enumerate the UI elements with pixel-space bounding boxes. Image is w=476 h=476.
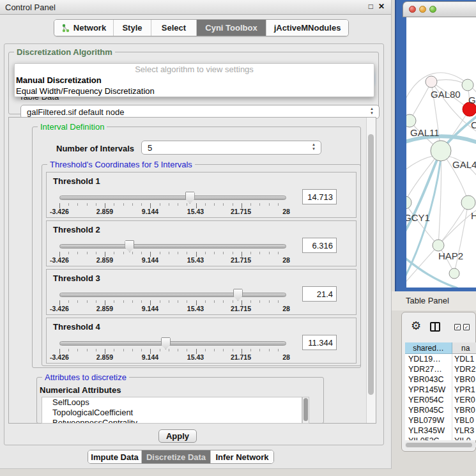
screenshot-root: Control Panel □ ✕ Network Style Select (0, 0, 476, 476)
node-label: H (471, 210, 476, 221)
number-of-intervals-combo[interactable]: 5 ▲▼ (141, 141, 321, 155)
slider-scale: -3.4262.8599.14415.4321.71528 (59, 353, 286, 361)
column-header-name[interactable]: na (452, 342, 476, 354)
threshold-4-value-input[interactable] (302, 335, 337, 350)
float-window-icon[interactable]: □ (369, 2, 373, 11)
cyni-bottom-tab-bar: Impute Data Discretize Data Infer Networ… (88, 450, 274, 464)
threshold-3-value-input[interactable] (302, 286, 337, 302)
table-row[interactable]: YLR345WYLR3 (405, 426, 476, 436)
tab-label: Network (73, 23, 106, 33)
tab-discretize-data[interactable]: Discretize Data (142, 450, 211, 463)
group-title-discretization-algorithm: Discretization Algorithm (14, 47, 115, 57)
table-panel: ⚙ ✓ ✓ shared… na YDL19…YDL1 YDR27…YDR2 Y… (401, 312, 476, 452)
slider-scale: -3.4262.8599.14415.4321.71528 (59, 305, 286, 312)
slider-scale: -3.4262.8599.14415.4321.71528 (59, 256, 286, 264)
table-horizontal-scrollbar[interactable] (405, 442, 476, 448)
scrollbar-thumb[interactable] (406, 443, 472, 447)
table-header-row: shared… na (405, 342, 476, 354)
tab-style[interactable]: Style (114, 20, 151, 36)
network-window-titlebar[interactable] (403, 1, 476, 17)
checkbox-icon[interactable]: ✓ (463, 324, 470, 330)
scrollbar-thumb[interactable] (303, 398, 308, 421)
gear-icon[interactable]: ⚙ (411, 319, 421, 333)
list-item[interactable]: TopologicalCoefficient (42, 408, 302, 418)
network-node[interactable] (406, 114, 416, 127)
apply-button[interactable]: Apply (158, 429, 197, 443)
tab-impute-data[interactable]: Impute Data (88, 450, 142, 463)
combo-value: galFiltered.sif default node (27, 107, 124, 117)
column-header-shared-name[interactable]: shared… (405, 342, 452, 354)
minimize-traffic-light-icon[interactable] (419, 6, 426, 13)
network-node[interactable] (426, 76, 437, 88)
tab-label: Style (122, 23, 142, 33)
threshold-2-value-input[interactable] (302, 238, 337, 253)
table-row[interactable]: YBL079WYBL0 (405, 415, 476, 426)
list-item[interactable]: SelfLoops (42, 397, 302, 408)
tab-label: Cyni Toolbox (205, 23, 257, 33)
network-node[interactable] (431, 141, 451, 161)
network-node[interactable] (433, 240, 444, 251)
slider-scale: -3.4262.8599.14415.4321.71528 (59, 208, 286, 215)
table-row[interactable]: YPR145WYPR1 (405, 385, 476, 395)
tab-cyni-toolbox[interactable]: Cyni Toolbox (197, 20, 266, 36)
thresholds-group: Threshold's Coordinates for 5 Intervals … (42, 164, 361, 366)
threshold-label: Threshold 1 (53, 176, 100, 186)
table-row[interactable]: YDL19…YDL1 (405, 354, 476, 364)
control-panel-window: Control Panel □ ✕ Network Style Select (0, 0, 392, 469)
numerical-attributes-label: Numerical Attributes (40, 385, 121, 395)
settings-scrollbar[interactable] (366, 118, 376, 423)
table-row[interactable]: YBR045CYBR0 (405, 405, 476, 415)
interval-definition-group: Interval Definition Number of Intervals … (32, 127, 361, 368)
network-node[interactable] (461, 196, 475, 210)
table-row[interactable]: YBR043CYBR0 (405, 374, 476, 385)
split-view-icon[interactable] (430, 322, 440, 332)
threshold-1-slider[interactable] (59, 196, 286, 200)
close-icon[interactable]: ✕ (378, 2, 385, 11)
algorithm-placeholder: Select algorithm to view settings (15, 64, 374, 75)
tab-infer-network[interactable]: Infer Network (211, 450, 273, 463)
slider-thumb[interactable] (185, 192, 195, 204)
table-panel-title: Table Panel (406, 296, 449, 305)
threshold-label: Threshold 2 (53, 225, 100, 234)
slider-thumb[interactable] (233, 289, 243, 301)
threshold-2-slider[interactable] (59, 244, 286, 249)
slider-thumb[interactable] (161, 337, 171, 349)
table-panel-titlebar: Table Panel (392, 291, 476, 311)
table-row[interactable]: YER054CYER0 (405, 395, 476, 405)
threshold-2-box: Threshold 2 -3.4262.8599.14415.4321.7152… (46, 220, 357, 266)
group-title-attributes: Attributes to discretize (42, 372, 129, 382)
tab-network[interactable]: Network (54, 20, 114, 36)
discretization-algorithm-group: Discretization Algorithm Select algorith… (8, 52, 379, 114)
node-label: C (471, 119, 476, 130)
node-label: GAL80 (431, 89, 461, 100)
algorithm-dropdown-popup: Select algorithm to view settings Manual… (14, 63, 374, 97)
table-row[interactable]: YIL052CYIL0 (405, 436, 476, 440)
slider-thumb[interactable] (125, 240, 134, 252)
node-table: shared… na YDL19…YDL1 YDR27…YDR2 YBR043C… (405, 342, 476, 440)
network-node[interactable] (449, 268, 459, 279)
tab-label: Select (162, 23, 186, 33)
tab-select[interactable]: Select (151, 20, 197, 36)
checkbox-icon[interactable]: ✓ (454, 324, 461, 330)
node-label: GCY1 (406, 212, 430, 223)
list-item[interactable]: BetweennessCentrality (42, 418, 302, 424)
algorithm-option-manual[interactable]: Manual Discretization (15, 75, 374, 86)
close-traffic-light-icon[interactable] (409, 6, 416, 13)
threshold-1-value-input[interactable] (302, 189, 337, 204)
algorithm-option-equal-width[interactable]: Equal Width/Frequency Discretization (15, 86, 374, 96)
network-node[interactable] (462, 79, 473, 91)
threshold-label: Threshold 4 (53, 322, 100, 332)
network-node[interactable] (406, 196, 411, 209)
threshold-3-slider[interactable] (59, 293, 286, 297)
threshold-4-box: Threshold 4 -3.4262.8599.14415.4321.7152… (46, 318, 357, 364)
network-canvas[interactable]: GAL80 GA C GAL11 GAL4 GCY1 H HAP2 (406, 17, 476, 288)
zoom-traffic-light-icon[interactable] (429, 6, 436, 13)
threshold-4-slider[interactable] (59, 341, 286, 346)
attributes-list-scrollbar[interactable] (302, 397, 309, 424)
table-row[interactable]: YDR27…YDR2 (405, 364, 476, 374)
scrollbar-thumb[interactable] (368, 134, 374, 395)
tab-jactivemnodules[interactable]: jActiveMNodules (266, 20, 348, 36)
group-title-thresholds: Threshold's Coordinates for 5 Intervals (47, 160, 195, 169)
numerical-attributes-list: SelfLoops TopologicalCoefficient Between… (42, 397, 302, 424)
number-of-intervals-label: Number of Intervals (56, 144, 134, 153)
